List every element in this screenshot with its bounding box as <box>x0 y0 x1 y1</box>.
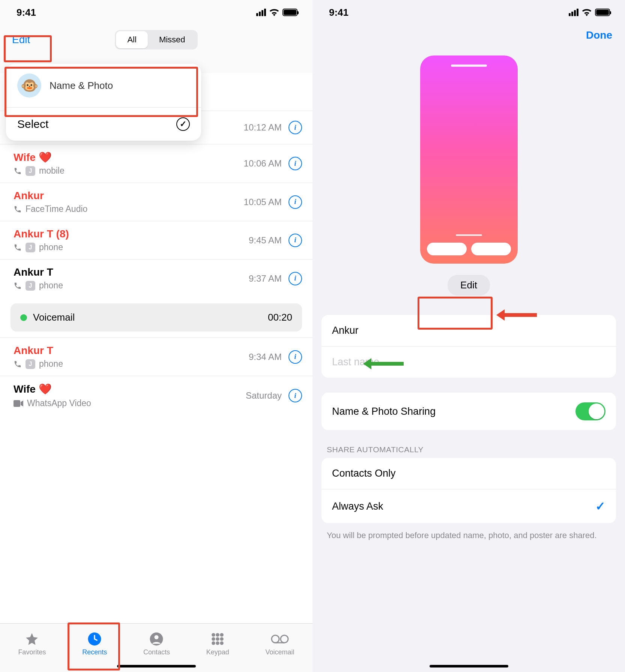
call-subtitle: J phone <box>14 242 249 252</box>
edit-button[interactable]: Edit <box>10 29 38 50</box>
info-icon[interactable]: i <box>288 157 302 170</box>
contact-poster-preview[interactable] <box>420 56 518 264</box>
contact-avatar: 🐵 <box>17 74 41 98</box>
phone-incoming-icon <box>14 167 22 175</box>
call-subtitle: FaceTime Audio <box>14 204 244 214</box>
poster-edit-button[interactable]: Edit <box>448 275 490 296</box>
tab-label: Contacts <box>143 648 170 656</box>
tab-voicemail[interactable]: Voicemail <box>266 632 294 656</box>
svg-point-9 <box>220 637 224 641</box>
clock-icon <box>87 632 102 646</box>
contacts-only-option[interactable]: Contacts Only <box>322 458 616 489</box>
svg-point-12 <box>220 641 224 645</box>
option-label: Contacts Only <box>332 468 396 479</box>
battery-icon <box>595 9 610 16</box>
keypad-icon <box>210 632 225 646</box>
filter-segmented-control[interactable]: All Missed <box>115 30 197 50</box>
tab-label: Recents <box>82 648 107 656</box>
menu-select[interactable]: Select <box>6 108 201 141</box>
contact-poster-section: Edit <box>312 56 625 296</box>
svg-point-4 <box>212 633 215 637</box>
status-icons <box>256 9 297 16</box>
edit-menu-popover: 🐵 Name & Photo Select <box>6 64 201 141</box>
call-row[interactable]: Ankur T J phone 9:34 AM i <box>0 338 312 376</box>
status-time: 9:41 <box>17 7 36 18</box>
voicemail-duration: 00:20 <box>268 312 292 323</box>
svg-point-6 <box>220 633 224 637</box>
share-footnote: You will be prompted before updated name… <box>327 530 611 542</box>
share-automatically-header: SHARE AUTOMATICALLY <box>327 445 616 454</box>
option-label: Always Ask <box>332 501 383 512</box>
svg-point-8 <box>216 637 220 641</box>
sharing-toggle[interactable] <box>575 402 605 420</box>
call-time: 9:45 AM <box>249 235 282 246</box>
call-row[interactable]: Ankur FaceTime Audio 10:05 AM i <box>0 183 312 221</box>
name-photo-sharing-row[interactable]: Name & Photo Sharing <box>322 393 616 430</box>
status-time: 9:41 <box>329 7 349 18</box>
svg-point-5 <box>216 633 220 637</box>
phone-incoming-icon <box>14 243 22 252</box>
call-time: Saturday <box>246 390 282 401</box>
annotation-arrow-red <box>496 309 537 321</box>
recents-list[interactable]: 10:12 AM i Wife ❤️ J mobile 10:06 AM i A… <box>0 73 312 623</box>
info-icon[interactable]: i <box>288 121 302 134</box>
call-source: mobile <box>39 166 65 176</box>
call-name: Ankur T (8) <box>14 228 249 240</box>
info-icon[interactable]: i <box>288 234 302 247</box>
info-icon[interactable]: i <box>288 350 302 364</box>
call-time: 10:12 AM <box>244 122 282 133</box>
svg-point-13 <box>272 635 279 643</box>
call-name: Wife ❤️ <box>14 383 246 395</box>
segment-all[interactable]: All <box>116 31 147 48</box>
select-icon <box>176 117 190 131</box>
memoji-icon: 🐵 <box>21 77 38 94</box>
voicemail-card[interactable]: Voicemail 00:20 <box>11 303 302 332</box>
home-indicator <box>430 665 508 668</box>
tab-label: Favorites <box>18 648 46 656</box>
share-mode-group: Contacts Only Always Ask <box>322 458 616 523</box>
tab-keypad[interactable]: Keypad <box>206 632 229 656</box>
done-button[interactable]: Done <box>586 29 612 41</box>
svg-rect-0 <box>14 400 20 407</box>
call-name: Ankur T <box>14 266 249 278</box>
info-icon[interactable]: i <box>288 272 302 285</box>
app-badge: J <box>26 166 35 176</box>
wifi-icon <box>581 9 592 16</box>
segment-missed[interactable]: Missed <box>148 31 197 48</box>
name-photo-screen: 9:41 Done Edit Ankur Last name Name <box>312 0 625 672</box>
svg-point-10 <box>212 641 215 645</box>
svg-point-3 <box>155 635 159 639</box>
call-time: 9:34 AM <box>249 352 282 362</box>
video-icon <box>14 400 23 407</box>
app-badge: J <box>26 281 35 291</box>
wifi-icon <box>269 9 279 16</box>
info-icon[interactable]: i <box>288 389 302 402</box>
phone-incoming-icon <box>14 360 22 368</box>
cellular-icon <box>569 9 578 16</box>
call-row[interactable]: Ankur T J phone 9:37 AM i <box>0 260 312 297</box>
call-source: phone <box>39 359 63 369</box>
tab-recents[interactable]: Recents <box>82 632 107 656</box>
call-row[interactable]: Wife ❤️ WhatsApp Video Saturday i <box>0 376 312 415</box>
call-row[interactable]: Ankur T (8) J phone 9:45 AM i <box>0 221 312 260</box>
home-indicator <box>117 665 196 668</box>
call-subtitle: J mobile <box>14 166 244 176</box>
status-bar: 9:41 <box>0 0 312 25</box>
call-name: Wife ❤️ <box>14 151 244 164</box>
tab-label: Voicemail <box>266 648 294 656</box>
tab-favorites[interactable]: Favorites <box>18 632 46 656</box>
menu-name-and-photo[interactable]: 🐵 Name & Photo <box>6 64 201 108</box>
call-source: WhatsApp Video <box>27 398 91 408</box>
always-ask-option[interactable]: Always Ask <box>322 489 616 523</box>
info-icon[interactable]: i <box>288 195 302 209</box>
checkmark-icon <box>595 499 605 513</box>
call-row[interactable]: Wife ❤️ J mobile 10:06 AM i <box>0 144 312 183</box>
tab-contacts[interactable]: Contacts <box>143 632 170 656</box>
menu-label: Select <box>17 118 48 130</box>
annotation-arrow-green <box>363 358 404 369</box>
first-name-field[interactable]: Ankur <box>322 315 616 346</box>
unread-dot-icon <box>20 314 27 321</box>
call-source: phone <box>39 242 63 252</box>
status-icons <box>569 9 610 16</box>
app-badge: J <box>26 359 35 369</box>
